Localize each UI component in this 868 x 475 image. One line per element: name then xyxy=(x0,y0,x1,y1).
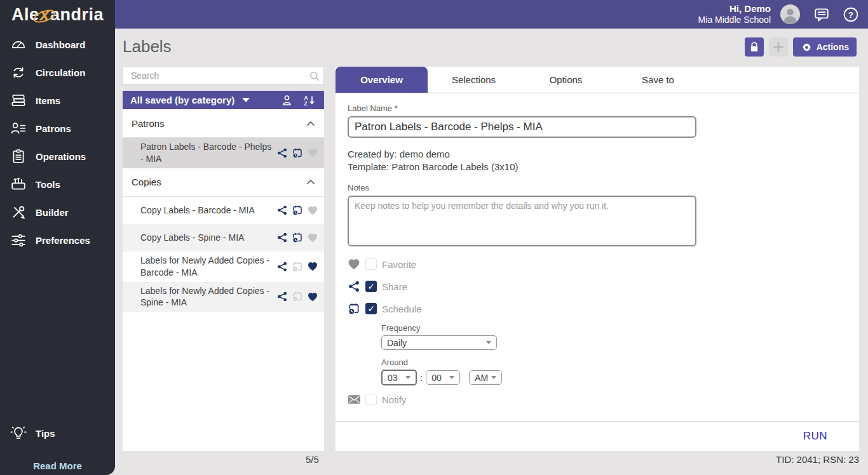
hour-select[interactable]: 03 xyxy=(381,370,417,385)
label-name-input[interactable] xyxy=(348,116,696,138)
sidebar-item-operations[interactable]: Operations xyxy=(0,142,115,170)
frequency-select[interactable]: Daily xyxy=(381,335,497,350)
messages-icon[interactable] xyxy=(813,6,830,23)
list-item[interactable]: Labels for Newly Added Copies - Barcode … xyxy=(123,251,324,282)
list-item[interactable]: Copy Labels - Barcode - MIA xyxy=(123,197,324,224)
around-time-row: 03 : 00 AM xyxy=(381,370,859,385)
created-by-text: Created by: demo demo xyxy=(348,148,859,161)
notify-checkbox[interactable] xyxy=(365,394,377,405)
lightbulb-icon xyxy=(10,425,27,441)
share-icon[interactable] xyxy=(277,205,287,215)
help-icon[interactable]: ? xyxy=(843,6,859,23)
notes-textarea[interactable] xyxy=(348,196,696,246)
chevron-down-icon xyxy=(449,376,454,379)
favorite-row: Favorite xyxy=(348,257,859,271)
run-button[interactable]: RUN xyxy=(803,430,827,443)
alexandria-logo[interactable]: Alexandria xyxy=(0,0,115,29)
schedule-icon[interactable] xyxy=(292,147,303,159)
sidebar-item-label: Dashboard xyxy=(36,39,85,50)
lock-icon xyxy=(747,40,761,54)
sidebar-item-preferences[interactable]: Preferences xyxy=(0,226,115,254)
favorite-heart-icon[interactable] xyxy=(308,148,318,157)
section-name: Copies xyxy=(132,177,161,187)
user-greeting: Hi, Demo Mia Middle School xyxy=(698,3,771,25)
actions-label: Actions xyxy=(817,42,849,52)
schedule-label: Schedule xyxy=(382,304,422,314)
greeting-text: Hi, Demo xyxy=(698,3,771,15)
list-item[interactable]: Labels for Newly Added Copies - Spine - … xyxy=(123,282,324,312)
share-icon[interactable] xyxy=(277,148,287,158)
page-title: Labels xyxy=(123,37,172,57)
list-item-label: Labels for Newly Added Copies - Barcode … xyxy=(140,255,277,279)
gear-icon xyxy=(801,41,813,53)
read-more-link[interactable]: Read More xyxy=(0,460,115,471)
favorite-heart-icon[interactable] xyxy=(308,206,318,215)
sidebar-nav: Dashboard Circulation Items Patrons xyxy=(0,29,115,254)
books-icon xyxy=(10,92,27,109)
tab-save-to[interactable]: Save to xyxy=(612,67,704,93)
sidebar-item-label: Builder xyxy=(36,207,69,218)
list-item[interactable]: Patron Labels - Barcode - Phelps - MIA xyxy=(123,138,324,168)
search-icon xyxy=(309,71,320,81)
favorite-heart-icon[interactable] xyxy=(308,292,318,302)
list-item[interactable]: Copy Labels - Spine - MIA xyxy=(123,224,324,251)
chevron-up-icon[interactable] xyxy=(306,179,315,185)
notes-label: Notes xyxy=(348,183,859,192)
person-filter-icon[interactable] xyxy=(281,95,292,105)
schedule-icon[interactable] xyxy=(292,261,303,272)
favorite-heart-icon[interactable] xyxy=(308,262,318,271)
circulation-icon xyxy=(10,64,27,81)
schedule-icon[interactable] xyxy=(292,204,303,216)
sidebar-item-circulation[interactable]: Circulation xyxy=(0,58,115,86)
time-separator: : xyxy=(420,372,423,383)
sidebar-item-dashboard[interactable]: Dashboard xyxy=(0,30,115,58)
actions-button[interactable]: Actions xyxy=(793,37,857,57)
list-item-icons xyxy=(277,204,318,216)
toolbox-icon xyxy=(10,176,27,192)
clipboard-icon xyxy=(10,148,27,164)
user-avatar[interactable] xyxy=(780,4,801,25)
favorite-heart-icon xyxy=(348,258,360,270)
meridiem-value: AM xyxy=(475,373,488,383)
favorite-checkbox[interactable] xyxy=(365,258,377,270)
section-patrons[interactable]: Patrons xyxy=(123,109,324,138)
list-item-label: Copy Labels - Spine - MIA xyxy=(140,232,277,244)
sidebar-item-items[interactable]: Items xyxy=(0,86,115,114)
share-icon[interactable] xyxy=(277,262,287,272)
favorite-heart-icon[interactable] xyxy=(308,233,318,243)
list-item-icons xyxy=(277,261,318,272)
minute-select[interactable]: 00 xyxy=(426,370,460,385)
sidebar-item-tools[interactable]: Tools xyxy=(0,170,115,198)
share-icon[interactable] xyxy=(277,291,287,302)
sidebar-item-builder[interactable]: Builder xyxy=(0,198,115,226)
share-icon[interactable] xyxy=(277,232,287,243)
lock-button[interactable] xyxy=(745,37,764,57)
chevron-up-icon[interactable] xyxy=(306,121,315,126)
sidebar-item-tips[interactable]: Tips xyxy=(0,420,115,446)
label-name-label: Label Name * xyxy=(348,104,859,113)
frequency-label: Frequency xyxy=(381,323,859,333)
site-name: Mia Middle School xyxy=(698,15,771,25)
meridiem-select[interactable]: AM xyxy=(469,370,502,385)
schedule-checkbox[interactable] xyxy=(365,303,377,314)
sort-icon[interactable]: A Z xyxy=(304,95,315,106)
tab-overview[interactable]: Overview xyxy=(336,67,428,93)
share-checkbox[interactable] xyxy=(365,281,377,292)
sidebar-item-patrons[interactable]: Patrons xyxy=(0,114,115,142)
tab-options[interactable]: Options xyxy=(520,67,612,93)
sidebar-item-label: Items xyxy=(36,95,60,106)
saved-filter-dropdown[interactable]: All saved (by category) A Z xyxy=(123,91,324,109)
tid-rsn-text: TID: 2041; RSN: 23 xyxy=(776,454,859,465)
tab-selections[interactable]: Selections xyxy=(428,67,520,93)
favorite-label: Favorite xyxy=(382,259,416,270)
patron-icon xyxy=(10,120,27,137)
run-bar: RUN xyxy=(336,421,859,451)
search-input[interactable] xyxy=(123,67,323,84)
share-label: Share xyxy=(382,281,407,292)
add-button[interactable] xyxy=(769,37,788,57)
tips-label: Tips xyxy=(36,428,55,439)
schedule-icon[interactable] xyxy=(292,232,303,243)
section-copies[interactable]: Copies xyxy=(123,168,324,197)
plus-icon xyxy=(772,41,785,53)
schedule-icon[interactable] xyxy=(292,291,303,302)
